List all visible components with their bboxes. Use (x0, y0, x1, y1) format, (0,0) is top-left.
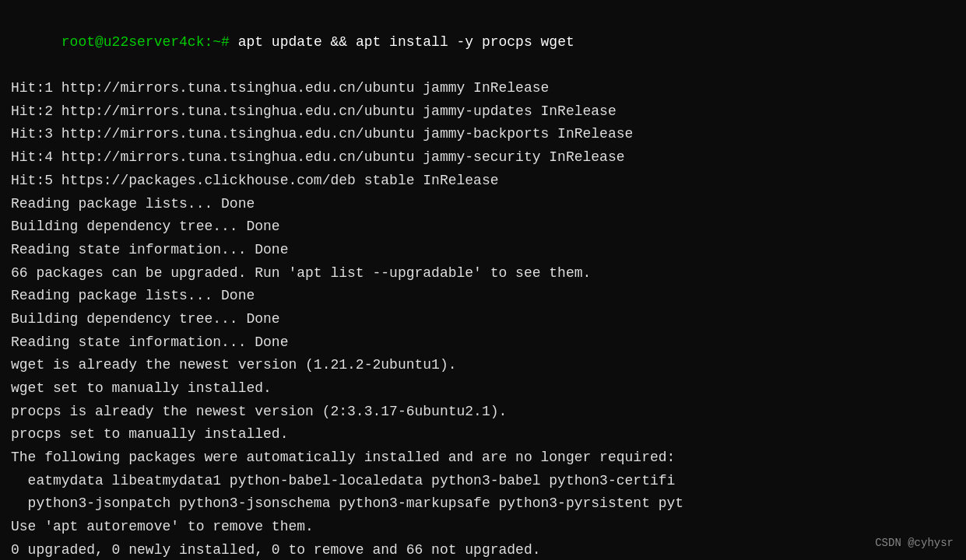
output-line-7: Building dependency tree... Done (11, 215, 955, 239)
output-line-16: procps set to manually installed. (11, 423, 955, 446)
output-line-6: Reading package lists... Done (11, 193, 955, 216)
command-text: apt update && apt install -y procps wget (230, 34, 574, 50)
terminal-window: root@u22server4ck:~# apt update && apt i… (0, 0, 966, 560)
output-line-21: 0 upgraded, 0 newly installed, 0 to remo… (11, 539, 955, 560)
output-line-12: Reading state information... Done (11, 331, 955, 355)
output-line-15: procps is already the newest version (2:… (11, 401, 955, 424)
output-line-9: 66 packages can be upgraded. Run 'apt li… (11, 262, 955, 285)
output-line-14: wget set to manually installed. (11, 377, 955, 401)
terminal-output: root@u22server4ck:~# apt update && apt i… (11, 8, 955, 560)
output-line-5: Hit:5 https://packages.clickhouse.com/de… (11, 170, 955, 193)
output-line-8: Reading state information... Done (11, 239, 955, 262)
output-line-3: Hit:3 http://mirrors.tuna.tsinghua.edu.c… (11, 123, 955, 146)
output-line-11: Building dependency tree... Done (11, 308, 955, 331)
output-line-13: wget is already the newest version (1.21… (11, 354, 955, 377)
output-line-10: Reading package lists... Done (11, 285, 955, 308)
watermark-text: CSDN @cyhysr (875, 534, 954, 552)
command-line: root@u22server4ck:~# apt update && apt i… (11, 8, 955, 77)
output-line-17: The following packages were automaticall… (11, 446, 955, 470)
output-line-20: Use 'apt autoremove' to remove them. (11, 516, 955, 539)
output-line-4: Hit:4 http://mirrors.tuna.tsinghua.edu.c… (11, 146, 955, 170)
output-line-19: python3-jsonpatch python3-jsonschema pyt… (11, 492, 955, 516)
output-line-2: Hit:2 http://mirrors.tuna.tsinghua.edu.c… (11, 100, 955, 124)
output-line-1: Hit:1 http://mirrors.tuna.tsinghua.edu.c… (11, 77, 955, 100)
prompt-user: root@u22server4ck:~# (61, 34, 230, 50)
output-line-18: eatmydata libeatmydata1 python-babel-loc… (11, 470, 955, 493)
